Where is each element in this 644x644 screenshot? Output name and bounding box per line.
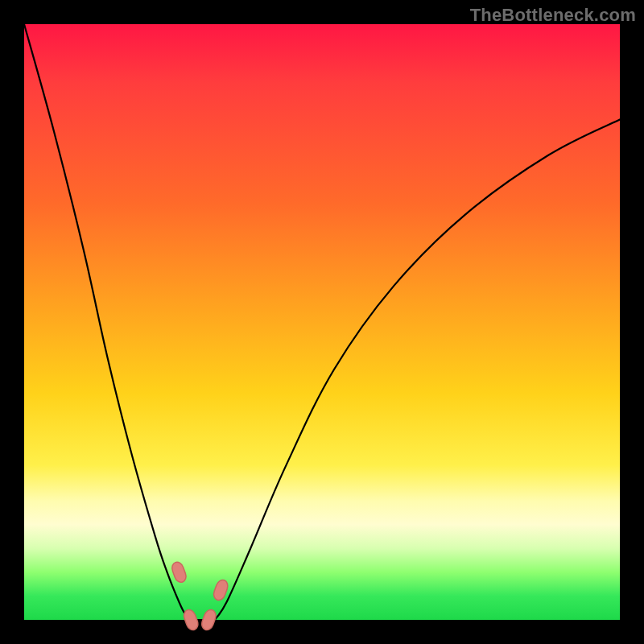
plot-area (24, 24, 620, 620)
right-marker-lower (200, 608, 217, 631)
curve-right (215, 119, 620, 620)
left-marker-lower (182, 608, 200, 631)
left-marker-upper (170, 560, 188, 584)
watermark-text: TheBottleneck.com (470, 5, 636, 26)
chart-svg (24, 24, 620, 620)
right-marker-upper (212, 578, 229, 601)
markers-group (170, 560, 229, 631)
curve-left (24, 24, 191, 620)
chart-frame: TheBottleneck.com (0, 0, 644, 644)
